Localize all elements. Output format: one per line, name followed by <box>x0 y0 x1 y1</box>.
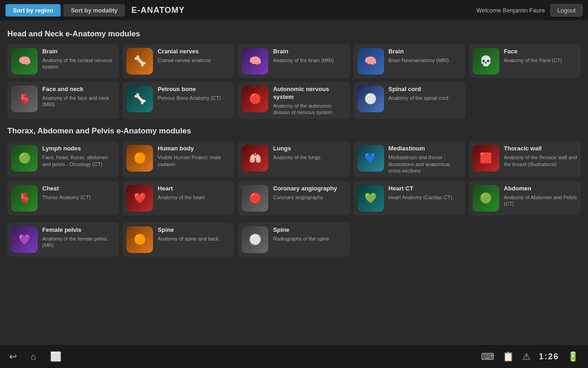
keyboard-icon[interactable]: ⌨ <box>481 351 494 362</box>
module-info: SpineAnatomy of spine and back <box>158 226 231 242</box>
module-thumb: 💜 <box>11 226 38 253</box>
module-desc: Brain Neuroanatomy (MRI) <box>389 57 462 63</box>
section-title-head-neck: Head and Neck e-Anatomy modules <box>7 29 581 39</box>
module-info: HeartAnatomy of the heart <box>158 185 231 201</box>
module-desc: Mediastinum and thorax : Illustrations a… <box>389 154 462 174</box>
module-card-spine-2[interactable]: ⚪SpineRadiographs of the spine <box>238 223 350 257</box>
module-card-coronary-angiography-7[interactable]: 🔴Coronary angiographyCoronary angiograph… <box>238 181 350 215</box>
module-card-chest-5[interactable]: 🫀ChestThorax Anatomy (CT) <box>7 181 119 215</box>
module-card-spinal-cord-8[interactable]: ⚪Spinal cordAnatomy of the spinal cord <box>354 82 465 119</box>
module-card-female-pelvis-0[interactable]: 💜Female pelvisAnatomy of the female pelv… <box>7 223 119 257</box>
module-thumb: 🧠 <box>357 48 384 75</box>
module-thumb: 🫁 <box>242 145 268 172</box>
module-info: BrainAnatomy of the brain (MRI) <box>273 48 346 63</box>
windows-icon[interactable]: ⬜ <box>50 351 62 362</box>
module-name: Lungs <box>273 145 346 153</box>
module-info: BrainBrain Neuroanatomy (MRI) <box>389 48 462 63</box>
module-thumb: 🫀 <box>11 185 38 212</box>
module-card-brain-0[interactable]: 🧠BrainAnatomy of the central nervous sys… <box>7 44 119 78</box>
module-card-brain-2[interactable]: 🧠BrainAnatomy of the brain (MRI) <box>238 44 350 78</box>
module-desc: Anatomy of the female pelvis (MR) <box>42 236 115 249</box>
modules-grid-head-neck: 🧠BrainAnatomy of the central nervous sys… <box>7 44 581 119</box>
module-desc: Anatomy of the heart <box>158 194 231 201</box>
module-info: SpineRadiographs of the spine <box>273 226 346 242</box>
module-name: Face and neck <box>42 86 115 93</box>
module-info: AbdomenAnatomy of Abdomen and Pelvis (CT… <box>504 185 577 207</box>
module-info: Autonomic nervous systemAnatomy of the a… <box>273 86 346 115</box>
module-info: Lymph nodesFace, head, thorax, abdomen a… <box>42 145 115 167</box>
welcome-text: Welcome Benjamin Faure <box>476 7 545 14</box>
module-info: Human bodyVisible Human Project: male ca… <box>158 145 231 167</box>
module-info: Petrous bonePetrous Bone Anatomy (CT) <box>158 86 231 101</box>
module-card-lungs-2[interactable]: 🫁LungsAnatomy of the lungs <box>238 141 350 178</box>
module-desc: Anatomy of Abdomen and Pelvis (CT) <box>504 194 577 207</box>
module-card-lymph-nodes-0[interactable]: 🟢Lymph nodesFace, head, thorax, abdomen … <box>7 141 119 178</box>
module-card-mediastinum-3[interactable]: 💙MediastinumMediastinum and thorax : Ill… <box>354 141 465 178</box>
module-thumb: 🦴 <box>126 86 153 112</box>
module-thumb: 💚 <box>357 185 384 212</box>
module-name: Abdomen <box>504 185 577 193</box>
module-thumb: ❤️ <box>126 185 153 212</box>
module-thumb: ⚪ <box>242 226 268 253</box>
module-name: Petrous bone <box>158 86 231 93</box>
module-name: Cranial nerves <box>158 48 231 56</box>
bottombar-right: ⌨ 📋 ⚠ 1:26 🔋 <box>481 351 579 362</box>
module-thumb: 🫀 <box>11 86 38 112</box>
logout-button[interactable]: Logout <box>550 4 582 17</box>
module-desc: Face, head, thorax, abdomen and pelvis -… <box>42 154 115 167</box>
module-thumb: 🧠 <box>242 48 268 75</box>
module-info: LungsAnatomy of the lungs <box>273 145 346 161</box>
module-info: Female pelvisAnatomy of the female pelvi… <box>42 226 115 248</box>
topbar: Sort by region Sort by modality E-ANATOM… <box>0 0 588 20</box>
module-thumb: 🧠 <box>11 48 38 75</box>
sort-by-modality-button[interactable]: Sort by modality <box>63 4 125 17</box>
module-thumb: 🔴 <box>242 185 268 212</box>
module-thumb: 🟢 <box>473 185 499 212</box>
module-card-petrous-bone-6[interactable]: 🦴Petrous bonePetrous Bone Anatomy (CT) <box>123 82 234 119</box>
module-thumb: 💀 <box>473 48 499 75</box>
module-card-brain-3[interactable]: 🧠BrainBrain Neuroanatomy (MRI) <box>354 44 465 78</box>
module-desc: Coronary angiography <box>273 194 346 201</box>
module-card-heart-6[interactable]: ❤️HeartAnatomy of the heart <box>123 181 234 215</box>
module-name: Heart <box>158 185 231 193</box>
module-card-cranial-nerves-1[interactable]: 🦴Cranial nervesCranial nerves anatomy <box>123 44 234 78</box>
module-info: Thoracic wallAnatomy of the thoracic wal… <box>504 145 577 167</box>
module-card-human-body-1[interactable]: 🟠Human bodyVisible Human Project: male c… <box>123 141 234 178</box>
module-name: Face <box>504 48 577 56</box>
screenshot-icon[interactable]: 📋 <box>503 351 514 362</box>
module-thumb: 🟠 <box>126 226 153 253</box>
clock: 1:26 <box>539 352 559 362</box>
module-info: Cranial nervesCranial nerves anatomy <box>158 48 231 63</box>
module-info: FaceAnatomy of the Face (CT) <box>504 48 577 63</box>
module-name: Spinal cord <box>389 86 462 93</box>
module-card-abdomen-9[interactable]: 🟢AbdomenAnatomy of Abdomen and Pelvis (C… <box>469 181 581 215</box>
module-thumb: 🟠 <box>126 145 153 172</box>
content-area: Head and Neck e-Anatomy modules🧠BrainAna… <box>0 20 588 350</box>
module-thumb: 💙 <box>357 145 384 172</box>
module-info: Spinal cordAnatomy of the spinal cord <box>389 86 462 101</box>
module-thumb: 🔴 <box>242 86 268 112</box>
section-title-thorax-abdomen: Thorax, Abdomen and Pelvis e-Anatomy mod… <box>7 126 581 136</box>
module-card-heart-ct-8[interactable]: 💚Heart CTHeart Anatomy (Cardiac CT) <box>354 181 465 215</box>
back-icon[interactable]: ↩ <box>9 351 17 362</box>
module-info: ChestThorax Anatomy (CT) <box>42 185 115 201</box>
module-name: Brain <box>389 48 462 56</box>
module-desc: Heart Anatomy (Cardiac CT) <box>389 194 462 201</box>
module-name: Brain <box>273 48 346 56</box>
module-card-face-4[interactable]: 💀FaceAnatomy of the Face (CT) <box>469 44 581 78</box>
module-card-face-and-neck-5[interactable]: 🫀Face and neckAnatomy of the face and ne… <box>7 82 119 119</box>
module-card-spine-1[interactable]: 🟠SpineAnatomy of spine and back <box>123 223 234 257</box>
module-name: Spine <box>273 226 346 234</box>
module-desc: Petrous Bone Anatomy (CT) <box>158 95 231 101</box>
module-desc: Radiographs of the spine <box>273 236 346 242</box>
module-name: Coronary angiography <box>273 185 346 193</box>
module-desc: Anatomy of the autonomic division of ner… <box>273 103 346 116</box>
battery-icon: 🔋 <box>567 351 579 362</box>
module-card-autonomic-nervous-system-7[interactable]: 🔴Autonomic nervous systemAnatomy of the … <box>238 82 350 119</box>
sort-by-region-button[interactable]: Sort by region <box>6 4 61 17</box>
module-card-thoracic-wall-4[interactable]: 🟥Thoracic wallAnatomy of the thoracic wa… <box>469 141 581 178</box>
home-icon[interactable]: ⌂ <box>31 351 36 362</box>
module-desc: Anatomy of the Face (CT) <box>504 57 577 63</box>
topbar-right: Welcome Benjamin Faure Logout <box>476 4 582 17</box>
module-thumb: ⚪ <box>357 86 384 112</box>
